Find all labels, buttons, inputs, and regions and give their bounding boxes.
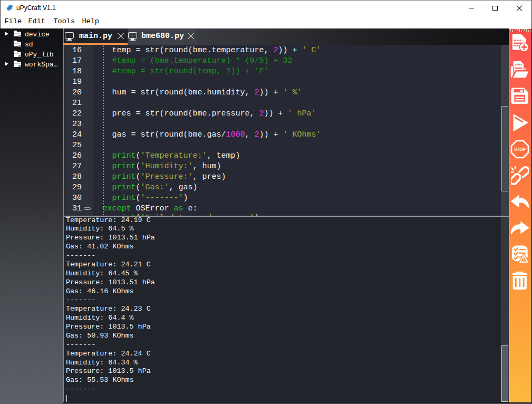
svg-text:STOP: STOP bbox=[514, 147, 526, 152]
